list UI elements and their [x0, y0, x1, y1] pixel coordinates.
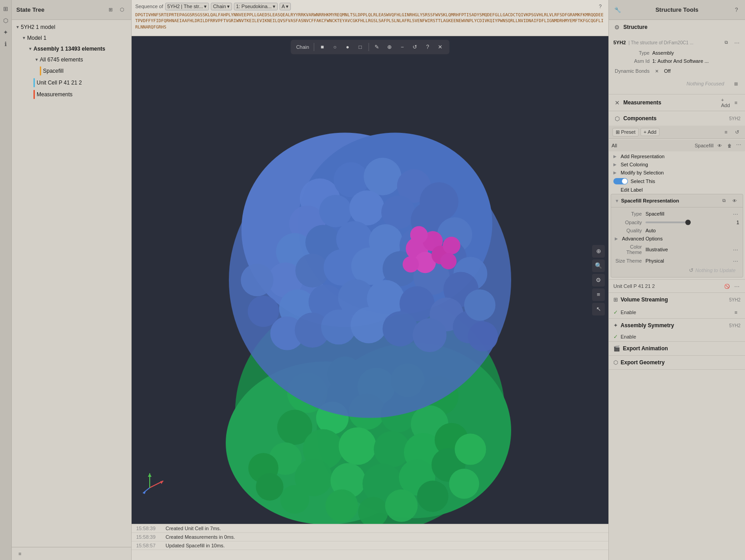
tb-filled-square[interactable]: ■ — [317, 42, 327, 52]
tree-item-spacefill[interactable]: Spacefill ⧉ 👁 — [12, 65, 131, 77]
unit-cell-more-icon[interactable]: ··· — [733, 283, 740, 289]
copy-icon-measurements[interactable]: ⧉ — [113, 91, 120, 98]
select-this-toggle[interactable] — [613, 178, 628, 184]
export-geometry-header[interactable]: ⬡ Export Geometry — [609, 356, 745, 369]
dropdown-chain-id[interactable]: 1: Pseudokina... ▾ — [234, 3, 278, 10]
tb-question[interactable]: ? — [422, 42, 433, 52]
dropdown-entry[interactable]: 5YH2 | The str... ▾ — [165, 3, 209, 10]
tb-filled-circle[interactable]: ● — [342, 42, 353, 52]
dropdown-letter[interactable]: A ▾ — [280, 3, 291, 10]
tb-pencil[interactable]: ✎ — [371, 42, 382, 52]
measurements-sort-icon[interactable]: ≡ — [731, 98, 740, 107]
measurements-section-header[interactable]: ✕ Measurements + Add ≡ — [609, 94, 745, 111]
tb-target[interactable]: ⊕ — [384, 42, 395, 52]
spacefill-rep-block: ▼ Spacefill Representation ⧉ 👁 Type Spac… — [611, 194, 743, 278]
size-theme-more[interactable]: ··· — [732, 258, 739, 264]
add-comp-btn[interactable]: + Add — [641, 128, 660, 136]
log-msg-3: Updated Spacefill in 10ms. — [166, 543, 225, 548]
viewport[interactable]: Chain ■ ○ ● □ ✎ ⊕ − ↺ ? ✕ ⊕ 🔍 ⚙ ≡ ↖ — [132, 36, 608, 524]
opacity-slider[interactable] — [645, 221, 691, 223]
eye-icon-measurements[interactable]: 👁 — [121, 91, 128, 98]
tb-refresh[interactable]: ↺ — [409, 42, 420, 52]
tb-outline-square[interactable]: □ — [355, 42, 365, 52]
chevron-model1[interactable]: ▼ — [21, 35, 27, 41]
dropdown-chain[interactable]: Chain ▾ — [211, 3, 232, 10]
vp-cursor[interactable]: ↖ — [592, 303, 605, 315]
ctx-select-this[interactable]: Select This — [609, 177, 745, 186]
tree-item-unitcell[interactable]: Unit Cell P 41 21 2 ⧉ 🚫 — [12, 77, 131, 89]
eye-icon-all6745[interactable]: 👁 — [121, 56, 128, 63]
sidebar-icon-btn-2[interactable]: ⬡ — [118, 5, 127, 14]
eye-icon-model1[interactable]: 👁 — [121, 34, 128, 42]
ctx-add-representation[interactable]: ▶ Add Representation — [609, 152, 745, 160]
vp-zoom-out[interactable]: 🔍 — [592, 259, 605, 272]
dynbonds-close-icon[interactable]: ✕ — [652, 66, 661, 75]
copy-icon-unitcell[interactable]: ⧉ — [113, 79, 120, 86]
rep-block-title: Spacefill Representation — [621, 198, 717, 203]
preset-btn[interactable]: ⊞ Preset — [612, 128, 639, 136]
nothing-update-refresh[interactable]: ↺ — [689, 267, 693, 273]
bottom-icon-1[interactable]: ≡ — [15, 549, 24, 558]
chevron-assembly1[interactable]: ▼ — [27, 46, 33, 52]
advanced-options-item[interactable]: ▶ Advanced Options — [615, 235, 739, 243]
measurements-actions: + Add ≡ — [721, 98, 740, 107]
vp-zoom-in[interactable]: ⊕ — [592, 245, 605, 258]
ctx-edit-label[interactable]: Edit Label — [609, 186, 745, 194]
chevron-5yh2[interactable]: ▼ — [14, 24, 21, 30]
tree-item-model1[interactable]: ▼ Model 1 ⧉ 👁 — [12, 33, 131, 43]
ctx-set-coloring[interactable]: ▶ Set Coloring — [609, 160, 745, 169]
export-animation-header[interactable]: 🎬 Export Animation — [609, 342, 745, 355]
entry-more-icon[interactable]: ··· — [733, 39, 740, 46]
eye-icon-5yh2[interactable]: 👁 — [121, 24, 128, 31]
copy-icon-all6745[interactable]: ⧉ — [113, 56, 120, 63]
axes-svg — [141, 470, 168, 497]
eye-icon-spacefill[interactable]: 👁 — [121, 67, 128, 75]
structure-icon[interactable]: ⬡ — [1, 15, 11, 25]
structure-section-header[interactable]: ⚙ Structure — [609, 20, 745, 34]
vp-settings[interactable]: ⚙ — [592, 274, 605, 287]
star-icon[interactable]: ✦ — [1, 27, 11, 37]
sequence-help-icon[interactable]: ? — [596, 2, 605, 11]
rs-help-icon[interactable]: ? — [732, 6, 740, 14]
rep-more-icon[interactable]: ··· — [735, 141, 742, 150]
copy-icon-assembly1[interactable]: ⧉ — [113, 45, 120, 52]
sidebar-bottom-icons: ≡ — [12, 547, 131, 560]
chevron-all6745[interactable]: ▼ — [33, 56, 40, 63]
copy-icon-spacefill[interactable]: ⧉ — [113, 67, 120, 75]
entry-copy-icon[interactable]: ⧉ — [721, 38, 731, 47]
volume-settings-icon[interactable]: ≡ — [731, 308, 740, 317]
comp-sort-icon[interactable]: ≡ — [721, 127, 731, 136]
components-section-header[interactable]: ⬡ Components 5YH2 — [609, 111, 745, 126]
volume-streaming-header[interactable]: ⊞ Volume Streaming 5YH2 — [609, 293, 745, 306]
vp-layers[interactable]: ≡ — [592, 288, 605, 301]
measurements-add-btn[interactable]: + Add — [721, 98, 730, 107]
copy-icon-model1[interactable]: ⧉ — [113, 34, 120, 42]
tree-item-all6745[interactable]: ▼ All 6745 elements ⧉ 👁 — [12, 54, 131, 65]
copy-icon-5yh2[interactable]: ⧉ — [113, 24, 120, 31]
sidebar-icon-btn-1[interactable]: ⊞ — [106, 5, 115, 14]
ctx-modify-by-selection[interactable]: ▶ Modify by Selection — [609, 169, 745, 177]
tb-minus[interactable]: − — [397, 42, 408, 52]
eye-off-icon-unitcell[interactable]: 🚫 — [121, 79, 128, 86]
rep-eye-icon[interactable]: 👁 — [715, 141, 724, 150]
opacity-slider-knob[interactable] — [685, 220, 691, 225]
rep-type-more[interactable]: ··· — [732, 211, 739, 217]
tb-outline-circle[interactable]: ○ — [329, 42, 340, 52]
info-icon[interactable]: ℹ — [1, 39, 11, 49]
grid-icon[interactable]: ⊞ — [1, 4, 11, 14]
assembly-symmetry-header[interactable]: ✦ Assembly Symmetry 5YH2 — [609, 319, 745, 332]
rep-block-copy-icon[interactable]: ⧉ — [719, 196, 728, 205]
rep-block-collapse-icon[interactable]: ▼ — [615, 198, 619, 203]
ctx-arrow-3: ▶ — [613, 170, 618, 175]
tb-close[interactable]: ✕ — [435, 42, 446, 52]
tree-item-5yh2[interactable]: ▼ 5YH2 1 model ⧉ 👁 — [12, 22, 131, 33]
color-theme-more[interactable]: ··· — [732, 246, 739, 253]
unit-cell-eye-off-icon[interactable]: 🚫 — [722, 282, 731, 291]
tree-item-measurements[interactable]: Measurements ⧉ 👁 — [12, 89, 131, 100]
comp-refresh-icon[interactable]: ↺ — [732, 127, 741, 136]
focused-icon[interactable]: ⊞ — [731, 79, 740, 88]
rep-block-eye-icon[interactable]: 👁 — [730, 196, 739, 205]
eye-icon-assembly1[interactable]: 👁 — [121, 45, 128, 52]
rep-trash-icon[interactable]: 🗑 — [725, 141, 734, 150]
tree-item-assembly1[interactable]: ▼ Assembly 1 13493 elements ⧉ 👁 — [12, 43, 131, 54]
